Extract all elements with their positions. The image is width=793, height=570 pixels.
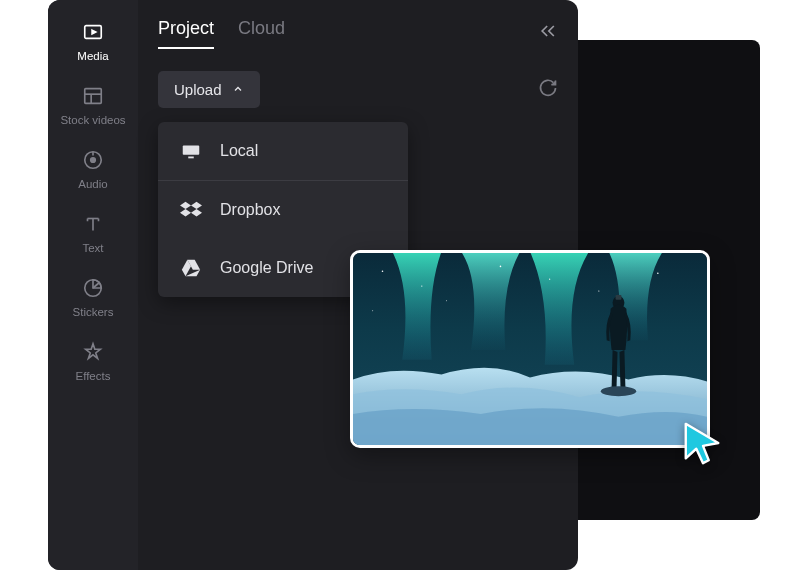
tab-cloud[interactable]: Cloud (238, 18, 285, 49)
svg-point-6 (91, 158, 96, 163)
upload-row: Upload (158, 71, 558, 108)
text-icon (81, 212, 105, 236)
sidebar-item-label: Stock videos (60, 114, 125, 126)
dropdown-item-local[interactable]: Local (158, 122, 408, 181)
tabs: Project Cloud (158, 18, 285, 49)
tab-project[interactable]: Project (158, 18, 214, 49)
audio-icon (81, 148, 105, 172)
sidebar-item-stickers[interactable]: Stickers (73, 276, 114, 318)
stock-videos-icon (81, 84, 105, 108)
upload-button[interactable]: Upload (158, 71, 260, 108)
svg-marker-19 (191, 209, 202, 216)
cursor-pointer-icon (680, 420, 726, 466)
dropdown-item-dropbox[interactable]: Dropbox (158, 181, 408, 239)
sidebar-item-text[interactable]: Text (81, 212, 105, 254)
upload-button-label: Upload (174, 81, 222, 98)
svg-marker-16 (180, 202, 191, 209)
stickers-icon (81, 276, 105, 300)
svg-point-27 (549, 279, 550, 280)
svg-rect-15 (188, 157, 194, 159)
svg-marker-1 (92, 30, 96, 34)
svg-rect-14 (183, 146, 200, 155)
chevron-up-icon (232, 81, 244, 98)
svg-point-25 (421, 285, 422, 286)
sidebar-item-audio[interactable]: Audio (78, 148, 107, 190)
sidebar-item-stockvideos[interactable]: Stock videos (60, 84, 125, 126)
media-icon (81, 20, 105, 44)
svg-rect-2 (85, 89, 102, 104)
sidebar-item-label: Media (77, 50, 108, 62)
sidebar-item-label: Text (82, 242, 103, 254)
sidebar-item-media[interactable]: Media (77, 20, 108, 62)
effects-icon (81, 340, 105, 364)
tabs-row: Project Cloud (158, 18, 558, 49)
svg-marker-18 (180, 209, 191, 216)
collapse-button[interactable] (538, 21, 558, 46)
svg-point-30 (598, 290, 599, 291)
dropdown-item-label: Local (220, 142, 258, 160)
aurora-image (353, 253, 707, 445)
svg-point-29 (446, 300, 447, 301)
svg-point-34 (601, 386, 636, 396)
svg-line-13 (93, 283, 99, 289)
svg-point-26 (500, 266, 502, 268)
gdrive-icon (180, 257, 202, 279)
sidebar: Media Stock videos Audio (48, 0, 138, 570)
svg-point-31 (372, 310, 373, 311)
dropdown-item-label: Google Drive (220, 259, 313, 277)
refresh-button[interactable] (538, 78, 558, 102)
svg-point-28 (657, 272, 659, 274)
sidebar-item-effects[interactable]: Effects (76, 340, 111, 382)
sidebar-item-label: Effects (76, 370, 111, 382)
media-thumbnail[interactable] (350, 250, 710, 448)
sidebar-item-label: Stickers (73, 306, 114, 318)
svg-marker-17 (191, 202, 202, 209)
dropdown-item-label: Dropbox (220, 201, 280, 219)
sidebar-item-label: Audio (78, 178, 107, 190)
svg-rect-33 (616, 295, 622, 300)
svg-point-24 (382, 271, 384, 273)
local-icon (180, 140, 202, 162)
dropbox-icon (180, 199, 202, 221)
